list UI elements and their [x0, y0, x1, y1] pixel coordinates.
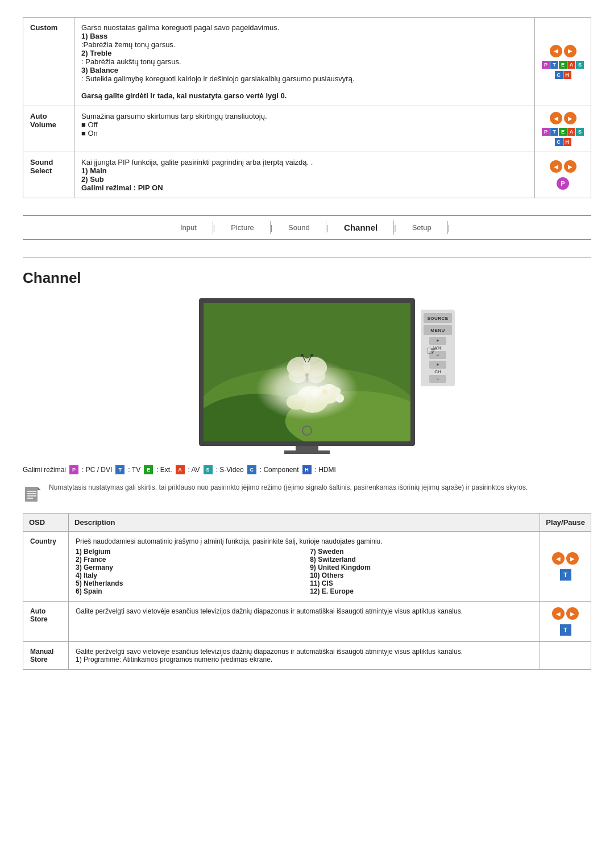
country-arrow-left: ◀: [552, 552, 565, 565]
col-osd: OSD: [23, 514, 69, 532]
p-icon-wrapper: P: [557, 177, 569, 190]
p-icon: P: [557, 177, 569, 190]
sound-select-content: Kai įjungta PIP funkcija, galite pasirin…: [74, 152, 535, 198]
table-row-auto-store: AutoStore Galite peržvelgti savo vietovė…: [23, 602, 591, 642]
svg-point-8: [318, 386, 326, 393]
auto-store-content: Galite peržvelgti savo vietovėje esančiu…: [69, 602, 540, 642]
auto-volume-content: Sumažina garsumo skirtumus tarp skirting…: [74, 106, 535, 152]
svg-point-10: [333, 387, 341, 395]
svg-point-14: [305, 361, 309, 383]
arrow-right-icon-2: ▶: [564, 112, 576, 124]
svg-point-5: [318, 384, 339, 403]
arrow-left-icon-3: ◀: [550, 160, 562, 173]
country-6: 6) Spain: [76, 587, 298, 595]
badge-a: A: [567, 61, 575, 69]
ch-plus-btn[interactable]: +: [429, 361, 446, 369]
auto-store-arrow-right: ▶: [566, 607, 579, 620]
ch-minus-btn[interactable]: −: [429, 375, 446, 383]
menu-btn[interactable]: MENU: [424, 325, 452, 335]
svg-point-6: [287, 394, 306, 410]
nav-setup[interactable]: Setup: [396, 221, 448, 234]
mode-ext: : Ext.: [156, 466, 172, 474]
badge-s-2: S: [576, 128, 584, 136]
mode-icon-t: T: [115, 465, 125, 474]
custom-icons: ◀ ▶ P T E A S C H: [542, 45, 584, 79]
mode-icon-s: S: [204, 465, 213, 474]
note-text: Numatytasis nustatymas gali skirtis, tai…: [49, 483, 528, 491]
tv-base: [296, 446, 318, 450]
auto-store-t-icon-wrapper: T: [560, 624, 571, 636]
svg-rect-25: [25, 487, 38, 502]
custom-content: Garso nuostatas galima koreguoti pagal s…: [74, 18, 535, 106]
svg-marker-26: [38, 487, 41, 490]
auto-store-label: AutoStore: [23, 602, 69, 642]
sound-select-icons: ◀ ▶ P: [542, 160, 584, 190]
manual-store-label: ManualStore: [23, 642, 69, 670]
badge-p: P: [542, 61, 550, 69]
nav-sound[interactable]: Sound: [272, 221, 326, 234]
mode-pc-dvi: : PC / DVI: [82, 466, 112, 474]
tv-screen: [199, 298, 415, 446]
auto-volume-intro: Sumažina garsumo skirtumus tarp skirting…: [81, 112, 267, 120]
tv-diagram: SOURCE MENU + VOL − + CH − ☞: [23, 298, 591, 454]
table-row-manual-store: ManualStore Galite peržvelgti savo vieto…: [23, 642, 591, 670]
svg-point-17: [288, 369, 307, 385]
custom-note: Garsą galite girdėti ir tada, kai nustat…: [81, 91, 287, 100]
nav-input[interactable]: Input: [164, 221, 213, 234]
badge-a-2: A: [567, 128, 575, 136]
nav-channel[interactable]: Channel: [328, 220, 394, 235]
col-description: Description: [69, 514, 540, 532]
channel-section: Channel: [23, 269, 591, 670]
country-11: 11) CIS: [310, 579, 533, 587]
country-9: 9) United Kingdom: [310, 564, 533, 571]
country-4: 4) Italy: [76, 571, 298, 579]
badge-t-2: T: [550, 128, 558, 136]
arrow-icons: ◀ ▶: [550, 45, 576, 57]
note-svg: [23, 483, 44, 505]
svg-point-18: [307, 369, 326, 385]
badge-h-2: H: [563, 138, 571, 146]
auto-store-arrow-left: ◀: [552, 607, 565, 620]
sound-select-label: SoundSelect: [23, 152, 74, 198]
nav-bar: Input | Picture | Sound | Channel | Setu…: [23, 215, 591, 240]
svg-point-7: [311, 389, 320, 397]
table-row-auto-volume: AutoVolume Sumažina garsumo skirtumus ta…: [23, 106, 591, 152]
arrow-icons-2: ◀ ▶: [550, 112, 576, 124]
pteas-badge-2: P T E A S: [542, 128, 584, 136]
channel-title: Channel: [23, 269, 591, 287]
col-playpause: Play/Pause: [540, 514, 591, 532]
settings-table: Custom Garso nuostatas galima koreguoti …: [23, 17, 591, 198]
nav-picture[interactable]: Picture: [215, 221, 270, 234]
country-2: 2) France: [76, 556, 298, 564]
country-label: Country: [23, 532, 69, 602]
note-icon: [23, 483, 43, 504]
custom-label: Custom: [23, 18, 74, 106]
auto-store-icon-cell: ◀ ▶ T: [540, 602, 591, 642]
mode-icon-p: P: [69, 465, 78, 474]
auto-volume-icon-cell: ◀ ▶ P T E A S C H: [535, 106, 591, 152]
country-col-left: 1) Belgium 2) France 3) Germany 4) Italy…: [76, 548, 298, 595]
ch-label: CH: [434, 369, 441, 374]
arrow-left-icon: ◀: [550, 45, 562, 57]
mode-component: : Component: [260, 466, 299, 474]
country-3: 3) Germany: [76, 564, 298, 571]
badge-t: T: [550, 61, 558, 69]
ch-badge: C H: [555, 71, 571, 79]
auto-volume-icons: ◀ ▶ P T E A S C H: [542, 112, 584, 146]
channel-table-header: OSD Description Play/Pause: [23, 514, 591, 532]
sound-select-icon-cell: ◀ ▶ P: [535, 152, 591, 198]
source-btn[interactable]: SOURCE: [424, 313, 452, 323]
country-content: Prieš naudodamiesi automatinio įrašymo į…: [69, 532, 540, 602]
tv-power-circle: [302, 425, 312, 436]
sound-select-modes: Galimi režimai : PIP ON: [81, 183, 163, 192]
svg-point-4: [296, 386, 329, 413]
country-arrow-right: ▶: [566, 552, 579, 565]
badge-c: C: [555, 71, 563, 79]
country-7: 7) Sweden: [310, 548, 533, 556]
divider: [23, 257, 591, 258]
manual-store-icon-cell: [540, 642, 591, 670]
auto-volume-on: ■ On: [81, 129, 98, 137]
svg-point-23: [301, 354, 304, 357]
sound-select-item2: 2) Sub: [81, 175, 104, 183]
manual-store-sub: 1) Programme: Atitinkamos programos nume…: [76, 656, 272, 663]
